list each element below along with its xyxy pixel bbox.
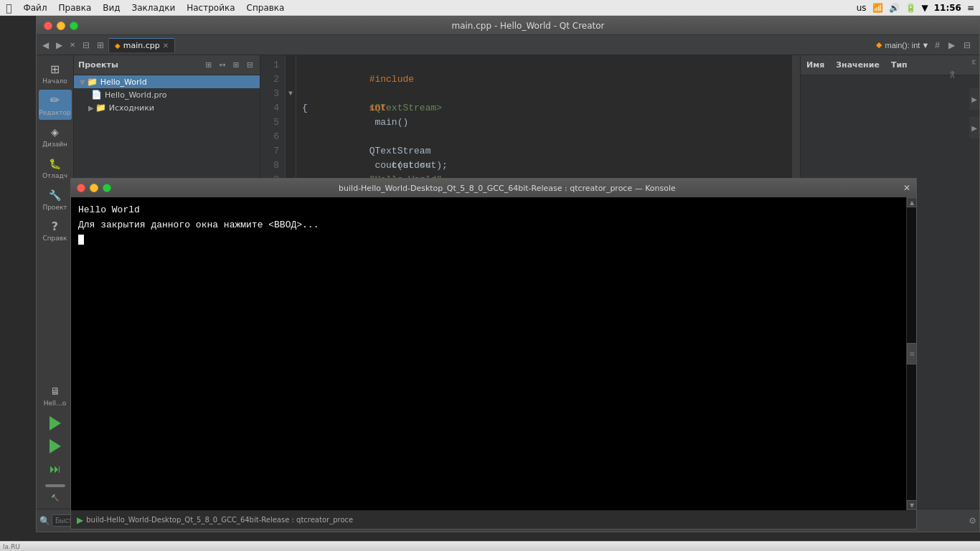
panel-filter-btn[interactable]: ⊞ [203,60,214,70]
mac-status-text: la.RU [3,543,20,550]
tree-arrow-hello-world: ▼ [80,78,85,86]
konsole-line-2: Для закрытия данного окна нажмите <ВВОД>… [78,218,899,233]
project-panel-title: Проекты [78,60,200,70]
project-tree: ▼ 📁 Hello_World 📄 Hello_World.pro ▶ 📁 Ис… [74,75,260,114]
menu-file[interactable]: Файл [23,3,47,13]
function-breadcrumb: ◆ main(): int ▼ # ▶ ⊟ [876,39,976,52]
tab-close-button[interactable]: ✕ [163,42,169,50]
sidebar: ⊞ Начало ✏ Редактор ◈ Дизайн 🐛 Отладч 🔧 … [37,55,74,509]
menu-help[interactable]: Справка [247,3,285,13]
run-button[interactable] [47,413,64,433]
debug-right-label-2: ес [949,71,956,79]
konsole-terminal[interactable]: Hello World Для закрытия данного окна на… [71,197,906,510]
window-title-bar: main.cpp - Hello_World - Qt Creator [37,17,979,35]
konsole-body: Hello World Для закрытия данного окна на… [71,197,916,510]
debug-label: Отладч [42,173,67,180]
debug-nav-right2[interactable]: ▶ [969,117,979,138]
konsole-x-button[interactable]: ✕ [903,183,910,193]
step-icon: ⏭ [50,462,61,476]
window-minimize-button[interactable] [57,22,65,30]
konsole-scroll-down[interactable]: ▼ [907,500,916,510]
konsole-status-text: build-Hello_World-Desktop_Qt_5_8_0_GCC_6… [86,516,353,524]
function-label[interactable]: main(): int ▼ [885,41,930,50]
window-traffic-lights [44,22,78,30]
hamburger-icon[interactable]: ≡ [967,3,974,13]
step-button[interactable]: ⏭ [47,459,64,479]
breadcrumb-hash[interactable]: # [932,39,943,52]
sidebar-item-design[interactable]: ◈ Дизайн [39,121,72,151]
volume-icon: 🔊 [889,3,900,13]
konsole-title: build-Hello_World-Desktop_Qt_5_8_0_GCC_6… [116,184,899,193]
tree-item-sources[interactable]: ▶ 📁 Исходники [74,101,260,114]
menu-settings[interactable]: Настройка [187,3,235,13]
new-tab-button[interactable]: ⊞ [94,39,107,52]
nav-back-button[interactable]: ◀ [39,39,52,52]
window-close-button[interactable] [44,22,52,30]
debug-icon: 🐛 [47,156,63,171]
file-tab-main-cpp[interactable]: ◆ main.cpp ✕ [108,38,175,52]
debug-nav-right[interactable]: ▶ [969,88,979,110]
window-maximize-button[interactable] [70,22,78,30]
breadcrumb-split[interactable]: ⊟ [961,39,974,52]
system-tray: us 📶 🔊 🔋 ▼ 11:56 ≡ [857,3,974,13]
tree-label-pro-file: Hello_World.pro [105,90,166,100]
menu-view[interactable]: Вид [103,3,120,13]
tab-label: main.cpp [123,41,160,50]
sidebar-item-help[interactable]: ? Справк [39,215,72,245]
search-icon: 🔍 [39,516,50,526]
tree-label-sources: Исходники [109,103,154,113]
menu-edit[interactable]: Правка [59,3,92,13]
sidebar-item-projects[interactable]: 🔧 Проект [39,184,72,215]
konsole-maximize-button[interactable] [103,184,111,192]
bottom-settings-icon[interactable]: ⚙ [969,516,976,526]
monitor-icon: 🖥 [47,383,63,399]
konsole-minimize-button[interactable] [90,184,98,192]
panel-settings-btn[interactable]: ⊟ [245,60,255,70]
sidebar-item-debug[interactable]: 🐛 Отладч [39,153,72,183]
dropdown-icon[interactable]: ▼ [922,3,928,13]
konsole-scroll-up[interactable]: ▲ [907,197,916,207]
hello-label: Hell...o [44,400,66,408]
konsole-scrollbar[interactable]: ▲ ⊟ ▼ [906,197,916,510]
design-icon: ◈ [47,124,63,140]
debug-col-type: Тип [891,60,908,70]
breadcrumb-nav[interactable]: ▶ [946,39,958,52]
debug-run-button[interactable] [47,436,64,456]
sidebar-item-hello[interactable]: 🖥 Hell...o [39,380,72,410]
sidebar-item-editor[interactable]: ✏ Редактор [39,90,72,120]
konsole-cursor [78,235,84,245]
panel-sync-btn[interactable]: ↔ [217,60,227,70]
konsole-close-button[interactable] [77,184,85,192]
breadcrumb-dropdown-icon: ▼ [921,41,929,50]
home-label: Начало [42,78,67,85]
konsole-scroll-track-2 [907,364,916,500]
hammer-icon: 🔨 [51,494,59,501]
sources-folder-icon: 📁 [95,103,106,113]
project-folder-icon: 📁 [87,77,98,87]
battery-icon: 🔋 [905,3,916,13]
nav-forward-button[interactable]: ▶ [53,39,65,52]
build-icon-bottom[interactable]: 🔨 [50,493,60,503]
tab-icon: ◆ [115,42,121,50]
home-icon: ⊞ [47,61,63,77]
panel-close-btn[interactable]: ⊞ [231,60,242,70]
editor-icon: ✏ [47,93,63,108]
menu-bar:  Файл Правка Вид Закладки Настройка Спр… [0,0,980,16]
window-title: main.cpp - Hello_World - Qt Creator [84,21,972,31]
konsole-line-1: Hello World [78,203,899,218]
konsole-status-bar: ▶ build-Hello_World-Desktop_Qt_5_8_0_GCC… [71,510,916,529]
pro-file-icon: 📄 [91,90,102,100]
split-editor-button[interactable]: ⊟ [80,39,93,52]
system-clock: 11:56 [934,3,961,13]
sidebar-item-home[interactable]: ⊞ Начало [39,58,72,88]
close-tab-button[interactable]: ✕ [67,39,78,50]
apple-icon[interactable]:  [6,2,11,14]
konsole-scroll-thumb[interactable]: ⊟ [907,343,916,364]
tree-item-hello-world[interactable]: ▼ 📁 Hello_World [74,75,260,88]
debug-play-icon [50,439,61,453]
tree-item-pro-file[interactable]: 📄 Hello_World.pro [74,88,260,101]
menu-bookmarks[interactable]: Закладки [132,3,176,13]
debug-col-name: Имя [806,60,824,70]
mac-status-bar: la.RU [0,541,980,551]
help-icon: ? [47,218,63,234]
